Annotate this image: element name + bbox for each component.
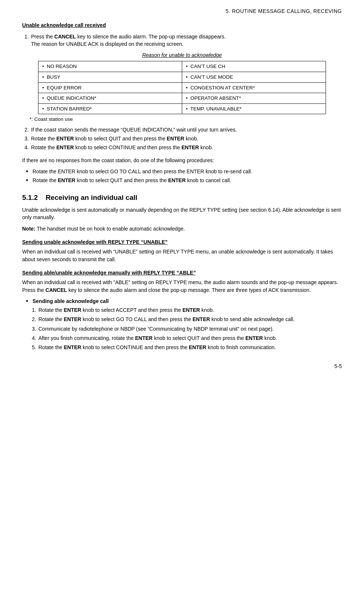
no-response-bullets: • Rotate the ENTER knob to select GO TO … [22, 168, 342, 184]
section-512-num: 5.1.2 [22, 194, 38, 201]
step-3-num: 3. [22, 135, 29, 142]
enter-bold-3a: ENTER [57, 136, 74, 142]
section-512-title: Receiving an individual call [45, 194, 137, 201]
page-footer: 5-5 [22, 362, 342, 370]
able-step-num-3: 3. [30, 325, 36, 333]
able-step-2: 2.Rotate the ENTER knob to select GO TO … [30, 316, 342, 323]
able-step-text-2: Rotate the ENTER knob to select GO TO CA… [38, 316, 295, 323]
able-heading: Sending able/unable acknowledge manually… [22, 269, 342, 276]
able-step-text-5: Rotate the ENTER knob to select CONTINUE… [38, 344, 276, 351]
table-cell-right: • CONGESTION AT CENTER* [182, 82, 326, 93]
able-step-num-4: 4. [30, 334, 36, 342]
step-3-text: Rotate the ENTER knob to select QUIT and… [31, 135, 198, 142]
cancel-bold-1: CANCEL [54, 34, 76, 40]
able-step-1: 1.Rotate the ENTER knob to select ACCEPT… [30, 306, 342, 314]
bullet-dot-2: • [26, 177, 30, 184]
enter-bold-nr2: ENTER [168, 177, 186, 183]
note-label: Note: [22, 226, 35, 232]
bullet-dot-able: • [26, 298, 30, 305]
able-step-text-1: Rotate the ENTER knob to select ACCEPT a… [38, 306, 214, 314]
no-response-bullet-2: • Rotate the ENTER knob to select QUIT a… [22, 177, 342, 184]
note-text: The handset must be on hook to enable au… [35, 226, 185, 232]
step-1: 1. Press the CANCEL key to silence the a… [22, 33, 342, 48]
able-step-num-2: 2. [30, 316, 36, 323]
bullet-dot-1: • [26, 168, 30, 175]
table-footnote: *: Coast station use [30, 116, 342, 123]
able-steps-list: 1.Rotate the ENTER knob to select ACCEPT… [30, 306, 342, 351]
section-512-note: Note: The handset must be on hook to ena… [22, 225, 342, 232]
able-step-num-1: 1. [30, 306, 36, 314]
able-step-text-3: Communicate by radiotelephone or NBDP (s… [38, 325, 274, 333]
table-cell-right: • CAN’T USE MODE [182, 72, 326, 83]
table-cell-right: • TEMP. UNAVAILABLE* [182, 103, 326, 114]
sending-able-label: Sending able acknowledge call [33, 297, 109, 305]
unable-para: When an individual call is received with… [22, 248, 342, 263]
no-response-bullet-2-text: Rotate the ENTER knob to select QUIT and… [33, 177, 231, 184]
step-1-text: Press the CANCEL key to silence the audi… [31, 33, 226, 48]
step-4-text: Rotate the ENTER knob to select CONTINUE… [31, 144, 213, 151]
table-cell-left: • QUEUE INDICATION* [38, 93, 182, 104]
able-step-3: 3.Communicate by radiotelephone or NBDP … [30, 325, 342, 333]
table-cell-left: • EQUIP ERROR [38, 82, 182, 93]
unable-heading: Sending unable acknowledge with REPLY TY… [22, 238, 342, 246]
sending-able-bullet: • Sending able acknowledge call [22, 297, 342, 305]
table-cell-left: • STATION BARRED* [38, 103, 182, 114]
step-2-num: 2. [22, 126, 29, 133]
table-caption: Reason for unable to acknowledge [22, 51, 342, 59]
sending-able-bullet-list: • Sending able acknowledge call [22, 297, 342, 305]
step-3: 3. Rotate the ENTER knob to select QUIT … [22, 135, 342, 142]
no-response-bullet-1-text: Rotate the ENTER knob to select GO TO CA… [33, 168, 252, 175]
table-cell-right: • CAN’T USE CH [182, 61, 326, 72]
able-step-num-5: 5. [30, 344, 36, 351]
no-response-bullet-1: • Rotate the ENTER knob to select GO TO … [22, 168, 342, 175]
step-1-num: 1. [22, 33, 29, 48]
enter-bold-4b: ENTER [181, 144, 199, 150]
able-para: When an individual call is received with… [22, 279, 342, 294]
able-step-text-4: After you finish communicating, rotate t… [38, 334, 277, 342]
table-cell-right: • OPERATOR ABSENT* [182, 93, 326, 104]
cancel-bold-able: CANCEL [45, 287, 67, 293]
page-header: 5. ROUTINE MESSAGE CALLING, RECEVING [22, 7, 342, 15]
step-2-text: If the coast station sends the message “… [31, 126, 237, 133]
able-step-5: 5.Rotate the ENTER knob to select CONTIN… [30, 344, 342, 351]
section-512-para1: Unable acknowledge is sent automatically… [22, 206, 342, 221]
able-step-4: 4.After you finish communicating, rotate… [30, 334, 342, 342]
step-4: 4. Rotate the ENTER knob to select CONTI… [22, 144, 342, 151]
reason-table: • NO REASON• CAN’T USE CH• BUSY• CAN’T U… [38, 61, 326, 114]
unable-ack-title: Unable acknowledge call received [22, 21, 342, 29]
step-4-num: 4. [22, 144, 29, 151]
table-cell-left: • BUSY [38, 72, 182, 83]
enter-bold-4a: ENTER [57, 144, 74, 150]
enter-bold-nr: ENTER [58, 177, 75, 183]
step-2: 2. If the coast station sends the messag… [22, 126, 342, 133]
table-cell-left: • NO REASON [38, 61, 182, 72]
enter-bold-3b: ENTER [167, 136, 184, 142]
no-response-intro: If there are no responses from the coast… [22, 157, 342, 164]
section-512-heading: 5.1.2 Receiving an individual call [22, 193, 342, 203]
